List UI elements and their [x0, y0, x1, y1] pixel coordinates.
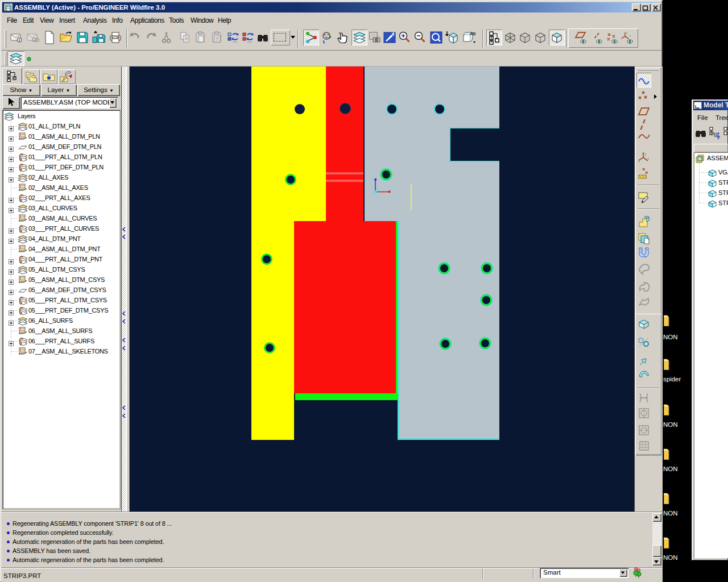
svg-text:z: z: [638, 159, 640, 163]
svg-text:AB: AB: [470, 31, 476, 36]
svg-text:y: y: [626, 31, 628, 34]
svg-text:y: y: [644, 152, 647, 156]
svg-text:x: x: [647, 156, 650, 160]
svg-text:z: z: [621, 36, 623, 40]
svg-text:x: x: [629, 34, 631, 38]
